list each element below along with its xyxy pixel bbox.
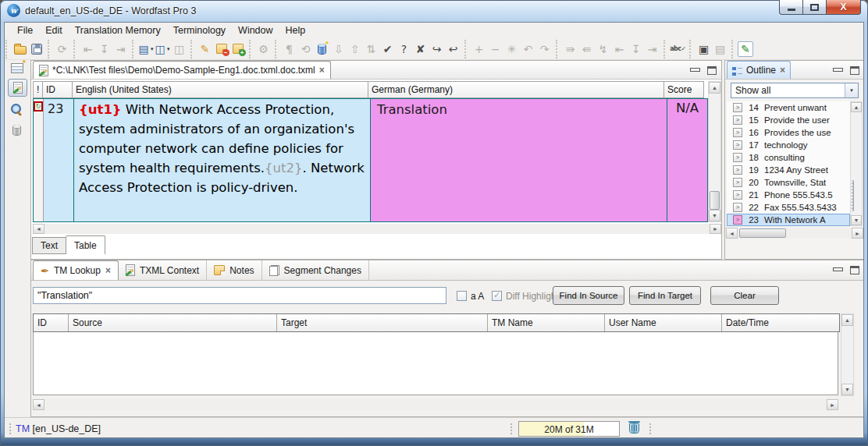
scroll-right-icon[interactable]: ► <box>852 228 863 239</box>
outline-item-22[interactable]: >22Fax 555.543.5433 <box>727 201 850 214</box>
copy-source-to-target-button[interactable]: ↪ <box>429 41 445 57</box>
expand-segment-button[interactable]: ⇅ <box>363 41 379 57</box>
translate-fuzzy-button[interactable]: ? <box>396 41 412 57</box>
find-in-target-button[interactable]: Find In Target <box>629 286 701 305</box>
add-term-button[interactable]: + <box>471 41 487 57</box>
title-bar[interactable]: w default_en_US-de_DE - Wordfast Pro 3 X <box>0 0 868 22</box>
menu-terminology[interactable]: Terminology <box>167 23 232 37</box>
update-tm-button[interactable]: ⟲ <box>297 41 314 57</box>
tm-column-id[interactable]: ID <box>34 314 69 331</box>
outline-tab-close-icon[interactable]: × <box>780 65 785 75</box>
panel-maximize-button[interactable] <box>850 266 859 274</box>
tm-results-body[interactable] <box>33 332 838 395</box>
outline-maximize-button[interactable] <box>850 66 859 75</box>
editor-column-2[interactable]: English (United States) <box>72 81 368 98</box>
segment-first-button[interactable]: ⇤ <box>611 41 628 57</box>
text-editor-view-button[interactable]: ▤▼ <box>138 41 155 57</box>
editor-column-3[interactable]: German (Germany) <box>368 81 664 98</box>
outline-filter-dropdown[interactable]: Show all ▼ <box>731 83 859 98</box>
tm-search-input[interactable] <box>33 287 446 304</box>
target-cell[interactable]: Translation <box>371 99 667 222</box>
tab-segment-changes[interactable]: Segment Changes <box>262 260 369 280</box>
panel-minimize-button[interactable] <box>833 267 843 271</box>
document-tab-close-icon[interactable]: × <box>319 65 325 75</box>
txml-editor-rail-button[interactable] <box>8 79 27 97</box>
outline-hscroll-thumb[interactable] <box>739 228 786 238</box>
outline-item-23[interactable]: >23With Network A <box>727 214 850 226</box>
menu-translation-memory[interactable]: Translation Memory <box>69 23 167 37</box>
translate-reject-button[interactable]: ✘ <box>412 41 429 57</box>
menu-help[interactable]: Help <box>279 23 312 37</box>
edit-segment-button[interactable]: ✎ <box>197 41 213 57</box>
editor-horizontal-scrollbar[interactable]: ◄ ► <box>33 224 721 234</box>
outline-item-19[interactable]: >191234 Any Street <box>727 164 850 176</box>
segment-down-button[interactable]: ↧ <box>628 41 644 57</box>
full-screen-button[interactable]: ▣ <box>695 41 712 57</box>
preferences-button[interactable]: ⚙ <box>255 41 272 57</box>
editor-scroll-thumb[interactable] <box>710 191 720 210</box>
document-tab[interactable]: *C:\LNK\Test files\Demo\Demo-Sample-Eng1… <box>33 61 331 79</box>
scroll-down-icon[interactable]: ▼ <box>709 210 720 221</box>
editor-maximize-button[interactable] <box>707 66 717 75</box>
restore-editor-icon[interactable] <box>11 63 23 73</box>
menu-file[interactable]: File <box>11 23 39 37</box>
editor-column-4[interactable]: Score <box>663 81 704 98</box>
undo-translation-button[interactable]: ↩ <box>445 41 461 57</box>
tm-lookup-close-icon[interactable]: × <box>105 266 111 275</box>
tm-column-target[interactable]: Target <box>277 314 488 331</box>
segment-last-button[interactable]: ⇥ <box>644 41 660 57</box>
segment-row-23[interactable]: ↻ 23 {ut1} With Network Access Protectio… <box>33 98 708 222</box>
search-rail-icon[interactable] <box>11 104 22 115</box>
tm-column-date-time[interactable]: Date/Time <box>722 314 839 331</box>
outline-item-17[interactable]: >17technology <box>727 139 850 151</box>
scroll-down-icon[interactable]: ▼ <box>841 384 853 395</box>
delete-note-button[interactable] <box>213 41 229 57</box>
scroll-left-icon[interactable]: ◄ <box>33 399 44 410</box>
convert-document-button[interactable]: ⟳ <box>54 41 70 57</box>
editor-minimize-button[interactable] <box>690 68 700 72</box>
scroll-up-icon[interactable]: ▲ <box>841 314 853 326</box>
outline-item-21[interactable]: >21Phone 555.543.5 <box>727 189 850 201</box>
save-file-button[interactable] <box>28 41 44 57</box>
import-segments-button[interactable]: ⇚ <box>578 41 595 57</box>
tm-column-user-name[interactable]: User Name <box>605 314 722 331</box>
scroll-up-icon[interactable]: ▲ <box>851 102 862 112</box>
translate-confirm-button[interactable]: ✔ <box>379 41 396 57</box>
spellcheck-button[interactable]: abc✓ <box>670 41 686 57</box>
editor-vertical-scrollbar[interactable]: ▲ ▼ <box>708 81 721 222</box>
outline-scroll-thumb[interactable] <box>852 180 854 211</box>
remove-term-button[interactable]: − <box>487 41 503 57</box>
add-tm-entry-button[interactable] <box>314 41 330 57</box>
tm-column-source[interactable]: Source <box>69 314 277 331</box>
goto-last-segment-button[interactable]: ⇥ <box>112 41 129 57</box>
tab-text-view[interactable]: Text <box>32 237 66 254</box>
garbage-collect-button[interactable] <box>624 420 643 437</box>
scroll-down-icon[interactable]: ▼ <box>851 215 862 225</box>
analysis-report-button[interactable]: ▤ <box>712 41 728 57</box>
outline-vertical-scrollbar[interactable]: ▲ ▼ <box>850 101 863 226</box>
tab-table-view[interactable]: Table <box>66 235 105 254</box>
previous-segment-button[interactable]: ⇧ <box>347 41 363 57</box>
clear-button[interactable]: Clear <box>710 286 779 305</box>
export-segments-button[interactable]: ⇛ <box>562 41 578 57</box>
outline-item-16[interactable]: >16Provides the use <box>727 126 850 139</box>
goto-first-segment-button[interactable]: ⇤ <box>80 41 96 57</box>
menu-edit[interactable]: Edit <box>39 23 69 37</box>
outline-minimize-button[interactable] <box>833 68 843 72</box>
scroll-right-icon[interactable]: ► <box>710 224 721 234</box>
tm-vertical-scrollbar[interactable]: ▲ ▼ <box>841 313 854 396</box>
show-formatting-button[interactable]: ¶ <box>281 41 297 57</box>
chevron-down-icon[interactable]: ▼ <box>845 83 858 97</box>
scroll-right-icon[interactable]: ► <box>827 399 838 410</box>
find-in-source-button[interactable]: Find In Source <box>553 286 624 305</box>
split-editor-view-button[interactable]: ◫▼ <box>155 41 171 57</box>
source-cell[interactable]: {ut1} With Network Access Protection, sy… <box>74 99 371 222</box>
next-segment-button[interactable]: ⇩ <box>330 41 347 57</box>
maximize-button[interactable] <box>802 0 827 15</box>
merge-editor-view-button[interactable]: ◫ <box>171 41 187 57</box>
open-file-button[interactable] <box>12 41 28 57</box>
scroll-left-icon[interactable]: ◄ <box>33 224 44 234</box>
outline-item-18[interactable]: >18consulting <box>727 151 850 164</box>
tm-column-tm-name[interactable]: TM Name <box>488 314 605 331</box>
add-note-button[interactable] <box>229 41 246 57</box>
